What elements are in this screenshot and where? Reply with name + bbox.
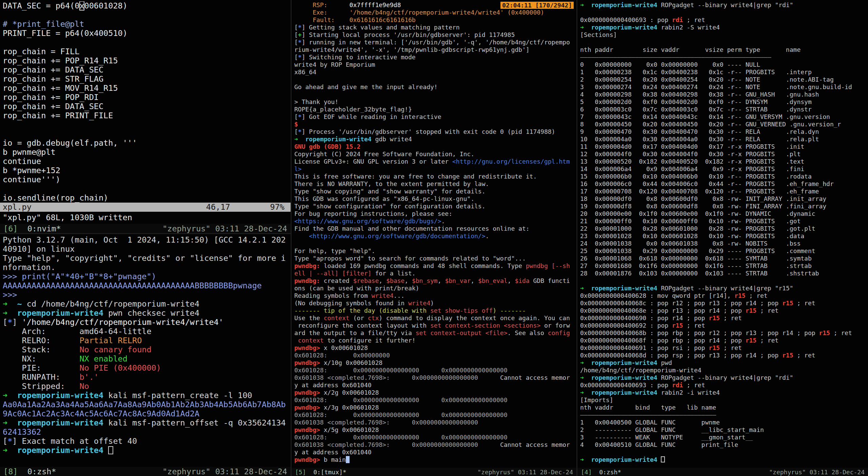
terminal-line: 20 0x00000e00 0x1f0 0x00600e00 0x1f0 -rw… (580, 210, 865, 218)
terminal-line: 1 0x00000238 0x1c 0x00400238 0x1c -r-- P… (580, 68, 865, 76)
terminal-line: > Thank you! (294, 98, 574, 106)
terminal-line: DATA_SEC = p64(0x00601028) (3, 1, 288, 11)
terminal-line: rop_chain += DATA_SEC (3, 102, 288, 111)
terminal-line: ――――――――――――――――――――――――――――――――――――― (580, 411, 865, 419)
terminal-line: 7 0x0000043c 0x14 0x0040043c 0x14 -r-- G… (580, 113, 865, 121)
terminal-line: [*] Switching to interactive mode (294, 54, 574, 61)
tmux-session-index: [5] (295, 469, 306, 476)
terminal-line: Type "show copying" and "show warranty" … (294, 188, 574, 195)
terminal-line: [*] running in new terminal: ['/usr/bin/… (294, 39, 574, 46)
terminal-line: There is NO WARRANTY, to the extent perm… (294, 180, 574, 188)
terminal-line: 0x601038 <completed.7698>: 0x00000000000… (294, 419, 574, 426)
terminal-line: ➜ ropemporium-write4 ROPgadget --binary … (580, 285, 865, 292)
terminal-line: 11 0x000004d0 0x17 0x004004d0 0x17 -r-x … (580, 143, 865, 150)
terminal-line: ➜ ropemporium-write4 (3, 446, 288, 455)
terminal-line: [+] Starting local process '/usr/bin/gdb… (294, 31, 574, 39)
terminal-line: pwndbg> x/2g 0x00601028 (294, 389, 574, 396)
terminal-line: 16 0x000006c0 0x44 0x004006c0 0x44 -r-- … (580, 180, 865, 188)
terminal-line (3, 129, 288, 139)
terminal-line: y at address 0x601040 (294, 449, 574, 456)
terminal-line: 0x0000000000400692 : pop r15 ; ret (580, 322, 865, 329)
terminal-line (3, 38, 288, 47)
terminal-line: b pwnme@plt (3, 148, 288, 157)
tmux-host-clock: "zephyrus" 03:11 28-Dec-24 (162, 224, 287, 233)
terminal-line: 13 0x00000520 0x182 0x00400520 0x182 -r-… (580, 158, 865, 165)
terminal-line: License GPLv3+: GNU GPL version 3 or lat… (294, 158, 574, 165)
terminal-line: 24 0x00001038 0x0 0x00601038 0x8 -rw- NO… (580, 240, 865, 247)
terminal-line: 2 ---------- GLOBAL FUNC __libc_start_ma… (580, 426, 865, 434)
terminal-line: ➜ ropemporium-write4 ROPgadget --binary … (580, 1, 865, 9)
tmux-status-left: [6] 0:nvim* (3, 224, 61, 233)
tmux-status-left: [8] 0:zsh* (3, 467, 56, 476)
terminal-line: ――――――――――――――――――――――――――――――――――――――――… (580, 54, 865, 61)
tmux-status-bar-vim[interactable]: [6] 0:nvim* "zephyrus" 03:11 28-Dec-24 (0, 224, 291, 233)
terminal-line: Copyright (C) 2024 Free Software Foundat… (294, 150, 574, 158)
terminal-line (580, 9, 865, 16)
shell-scrollback-left: Python 3.12.7 (main, Oct 1 2024, 11:15:5… (0, 234, 291, 455)
terminal-line: 0x000000000040068f : pop rbp ; pop r14 ;… (580, 337, 865, 344)
tmux-host-clock: "zephyrus" 03:11 28-Dec-24 (769, 469, 865, 476)
terminal-line: pwndbg> b main (294, 456, 574, 463)
gdb-terminal-pane[interactable]: 02:04:11 [170/2942] RSP: 0x7ffff1e9e9d8 … (292, 0, 576, 476)
terminal-line: Python 3.12.7 (main, Oct 1 2024, 11:15:5… (3, 235, 288, 245)
terminal-line: context to configure it further! (294, 337, 574, 344)
terminal-line: nth vaddr bind type lib name (580, 404, 865, 411)
terminal-line: [Imports] (580, 396, 865, 404)
terminal-line: 0x601028: 0x0000000000000000 0x000000000… (294, 411, 574, 419)
terminal-line: (No debugging symbols found in write4) (294, 299, 574, 307)
terminal-line: /home/b4ng/ctf/ropemporium-write4 (580, 367, 865, 374)
terminal-line: # *print_file@plt (3, 20, 288, 29)
tmux-host-clock: "zephyrus" 03:11 28-Dec-24 (162, 467, 287, 476)
tmux-host-clock: "zephyrus" 03:11 28-Dec-24 (477, 469, 573, 476)
tmux-status-bar-gdb[interactable]: [5] 0:[tmux]* "zephyrus" 03:11 28-Dec-24 (292, 468, 576, 476)
tmux-status-bar-shell-left[interactable]: [8] 0:zsh* "zephyrus" 03:11 28-Dec-24 (0, 467, 291, 476)
terminal-line: Type "show configuration" for configurat… (294, 203, 574, 210)
terminal-line: ➜ ropemporium-write4 ROPgadget --binary … (580, 374, 865, 381)
terminal-line: ROPE{a_placeholder_32byte_flag!} (294, 106, 574, 113)
terminal-line: 0x000000000040068c : pop r12 ; pop r13 ;… (580, 299, 865, 307)
terminal-line: 9 0x00000470 0x30 0x00400470 0x30 -r-- R… (580, 128, 865, 136)
terminal-line: pwndbg: created $rebase, $base, $bn_sym,… (294, 277, 574, 285)
vim-terminal-pane[interactable]: DATA_SEC = p64(0x00601028)# *print_file@… (0, 0, 291, 233)
terminal-line: reconfigure the context layout with set … (294, 322, 574, 329)
tmux-status-left: [5] 0:[tmux]* (295, 469, 347, 476)
terminal-line: This GDB was configured as "x86_64-pc-li… (294, 195, 574, 203)
terminal-line: Go ahead and give me the input already! (294, 83, 574, 91)
terminal-line: ard the output to a file/tty via set con… (294, 329, 574, 337)
terminal-line: pwndbg> x/5g 0x00601028 (294, 426, 574, 434)
terminal-line: Exe: '/home/b4ng/ctf/ropemporium-write4/… (294, 9, 574, 16)
terminal-line: 0x000000000040068b : pop rbp ; pop r12 ;… (580, 329, 865, 337)
terminal-line: ell | --all] [filter] for a list. (294, 270, 574, 277)
terminal-line (294, 76, 574, 83)
terminal-line: 0x0000000000400693 : pop rdi ; ret (580, 16, 865, 24)
tiling-desktop: DATA_SEC = p64(0x00601028)# *print_file@… (0, 0, 868, 476)
terminal-line: pwndbg> x/10g 0x00601028 (294, 359, 574, 367)
terminal-line: 21 0x00000ff0 0x10 0x00600ff0 0x10 -rw- … (580, 218, 865, 225)
terminal-line: ➜ ropemporium-write4 kali msf-pattern_of… (3, 418, 288, 428)
terminal-line: ➜ ropemporium-write4 rabin2 -S write4 (580, 24, 865, 31)
terminal-line (580, 277, 865, 285)
terminal-line: 3 0x00000274 0x24 0x00400274 0x24 -r-- N… (580, 83, 865, 91)
terminal-line: rop_chain += POP_R14_R15 (3, 56, 288, 65)
terminal-line: 6 0x000003c0 0x7c 0x004003c0 0x7c -r-- S… (580, 106, 865, 113)
terminal-line: 0x601028: 0x00000000 (294, 352, 574, 359)
terminal-line: Type "apropos word" to search for comman… (294, 255, 574, 262)
terminal-line: 0x601038 <completed.7698>: 0x00000000000… (294, 441, 574, 449)
shell-terminal-pane-left[interactable]: Python 3.12.7 (main, Oct 1 2024, 11:15:5… (0, 234, 291, 476)
terminal-line: 10 0x000004a0 0x30 0x004004a0 0x30 -r-- … (580, 136, 865, 143)
terminal-line: ➜ ropemporium-write4 kali msf-pattern_cr… (3, 391, 288, 400)
tmux-window-name[interactable]: 0:[tmux]* (313, 469, 347, 476)
vim-buffer: DATA_SEC = p64(0x00601028)# *print_file@… (0, 0, 291, 203)
tmux-window-name[interactable]: 0:zsh* (599, 469, 621, 476)
tmux-window-name[interactable]: 0:zsh* (27, 467, 56, 476)
terminal-line: >>> (3, 290, 288, 299)
tmux-status-bar-shell-right[interactable]: [4] 0:zsh* "zephyrus" 03:11 28-Dec-24 (577, 468, 868, 476)
terminal-line: 18 0x00000df0 0x8 0x00600df0 0x8 -rw- IN… (580, 195, 865, 203)
shell-terminal-pane-right[interactable]: ➜ ropemporium-write4 ROPgadget --binary … (577, 0, 868, 476)
terminal-line: 4 0x00400510 GLOBAL FUNC print_file (580, 441, 865, 449)
terminal-line: continue (3, 157, 288, 166)
terminal-line: 0x0000000000400693 : pop rdi ; ret (580, 381, 865, 389)
tmux-window-name[interactable]: 0:nvim* (27, 224, 61, 233)
terminal-line: 0x0000000000400691 : pop rsi ; pop r15 ;… (580, 344, 865, 352)
terminal-line: 4 0x00000298 0x38 0x00400298 0x38 -r-- G… (580, 91, 865, 98)
